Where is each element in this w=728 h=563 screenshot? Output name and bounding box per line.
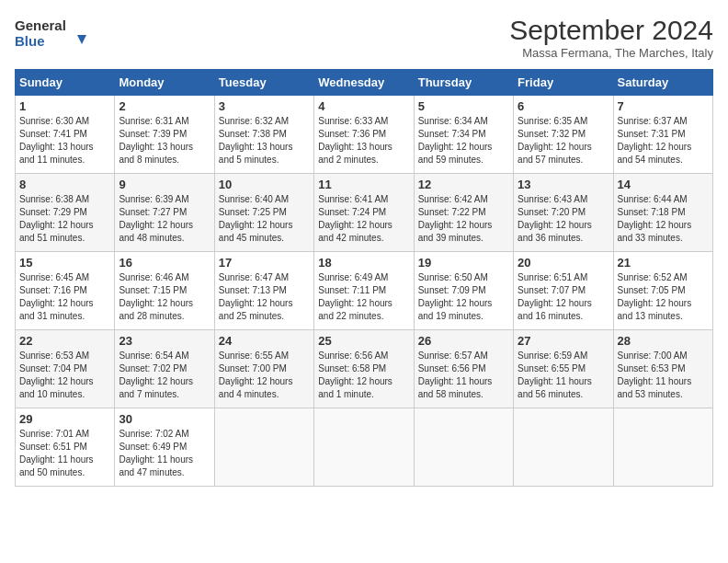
calendar-cell: 27 Sunrise: 6:59 AMSunset: 6:55 PMDaylig… [514, 330, 613, 408]
weekday-header-sunday: Sunday [16, 70, 115, 96]
day-number: 14 [618, 178, 709, 191]
calendar-cell: 7 Sunrise: 6:37 AMSunset: 7:31 PMDayligh… [613, 96, 712, 174]
calendar-cell: 16 Sunrise: 6:46 AMSunset: 7:15 PMDaylig… [115, 252, 214, 330]
svg-text:Blue: Blue [15, 33, 45, 49]
calendar-cell: 2 Sunrise: 6:31 AMSunset: 7:39 PMDayligh… [115, 96, 214, 174]
day-number: 11 [318, 178, 409, 191]
calendar-cell: 10 Sunrise: 6:40 AMSunset: 7:25 PMDaylig… [214, 174, 313, 252]
day-number: 23 [119, 334, 210, 348]
day-number: 30 [119, 412, 210, 426]
svg-text:General: General [15, 17, 66, 33]
day-detail: Sunrise: 6:42 AMSunset: 7:22 PMDaylight:… [418, 194, 493, 243]
calendar-cell: 20 Sunrise: 6:51 AMSunset: 7:07 PMDaylig… [514, 252, 613, 330]
weekday-header-friday: Friday [514, 70, 613, 96]
day-detail: Sunrise: 6:59 AMSunset: 6:55 PMDaylight:… [518, 350, 592, 399]
day-number: 12 [418, 178, 509, 191]
calendar-cell: 14 Sunrise: 6:44 AMSunset: 7:18 PMDaylig… [613, 174, 712, 252]
day-detail: Sunrise: 6:35 AMSunset: 7:32 PMDaylight:… [518, 116, 592, 165]
calendar-cell [214, 408, 313, 487]
calendar-cell: 29 Sunrise: 7:01 AMSunset: 6:51 PMDaylig… [16, 408, 115, 487]
calendar-cell: 23 Sunrise: 6:54 AMSunset: 7:02 PMDaylig… [115, 330, 214, 408]
day-number: 20 [518, 256, 609, 270]
day-number: 16 [119, 256, 210, 270]
calendar-cell: 26 Sunrise: 6:57 AMSunset: 6:56 PMDaylig… [414, 330, 513, 408]
calendar-cell: 6 Sunrise: 6:35 AMSunset: 7:32 PMDayligh… [514, 96, 613, 174]
day-detail: Sunrise: 7:02 AMSunset: 6:49 PMDaylight:… [119, 429, 193, 477]
calendar-cell [613, 408, 712, 487]
generalblue-logo: General Blue [15, 15, 97, 50]
day-detail: Sunrise: 6:37 AMSunset: 7:31 PMDaylight:… [618, 116, 692, 165]
day-number: 1 [19, 99, 110, 113]
calendar-table: SundayMondayTuesdayWednesdayThursdayFrid… [15, 69, 713, 487]
calendar-cell: 9 Sunrise: 6:39 AMSunset: 7:27 PMDayligh… [115, 174, 214, 252]
day-detail: Sunrise: 6:51 AMSunset: 7:07 PMDaylight:… [518, 272, 592, 321]
day-detail: Sunrise: 6:46 AMSunset: 7:15 PMDaylight:… [119, 272, 193, 321]
calendar-cell: 21 Sunrise: 6:52 AMSunset: 7:05 PMDaylig… [613, 252, 712, 330]
calendar-cell [514, 408, 613, 487]
day-number: 27 [518, 334, 609, 348]
day-number: 13 [518, 178, 609, 191]
day-number: 8 [19, 178, 110, 191]
calendar-cell: 17 Sunrise: 6:47 AMSunset: 7:13 PMDaylig… [214, 252, 313, 330]
calendar-cell: 15 Sunrise: 6:45 AMSunset: 7:16 PMDaylig… [16, 252, 115, 330]
day-number: 28 [618, 334, 709, 348]
day-detail: Sunrise: 6:32 AMSunset: 7:38 PMDaylight:… [219, 116, 293, 165]
day-number: 29 [19, 412, 110, 426]
day-detail: Sunrise: 6:50 AMSunset: 7:09 PMDaylight:… [418, 272, 493, 321]
day-detail: Sunrise: 7:00 AMSunset: 6:53 PMDaylight:… [618, 350, 692, 399]
day-number: 21 [618, 256, 709, 270]
day-detail: Sunrise: 7:01 AMSunset: 6:51 PMDaylight:… [19, 429, 94, 477]
day-number: 19 [418, 256, 509, 270]
day-detail: Sunrise: 6:56 AMSunset: 6:58 PMDaylight:… [318, 350, 392, 399]
calendar-cell [414, 408, 513, 487]
calendar-cell: 12 Sunrise: 6:42 AMSunset: 7:22 PMDaylig… [414, 174, 513, 252]
calendar-cell: 13 Sunrise: 6:43 AMSunset: 7:20 PMDaylig… [514, 174, 613, 252]
day-detail: Sunrise: 6:31 AMSunset: 7:39 PMDaylight:… [119, 116, 193, 165]
day-detail: Sunrise: 6:44 AMSunset: 7:18 PMDaylight:… [618, 194, 692, 243]
calendar-cell: 3 Sunrise: 6:32 AMSunset: 7:38 PMDayligh… [214, 96, 313, 174]
calendar-title: September 2024 [509, 15, 713, 46]
weekday-header-saturday: Saturday [613, 70, 712, 96]
calendar-cell: 28 Sunrise: 7:00 AMSunset: 6:53 PMDaylig… [613, 330, 712, 408]
day-detail: Sunrise: 6:45 AMSunset: 7:16 PMDaylight:… [19, 272, 94, 321]
day-detail: Sunrise: 6:57 AMSunset: 6:56 PMDaylight:… [418, 350, 493, 399]
day-number: 17 [219, 256, 310, 270]
calendar-cell: 5 Sunrise: 6:34 AMSunset: 7:34 PMDayligh… [414, 96, 513, 174]
day-number: 3 [219, 99, 310, 113]
day-detail: Sunrise: 6:41 AMSunset: 7:24 PMDaylight:… [318, 194, 392, 243]
calendar-cell: 19 Sunrise: 6:50 AMSunset: 7:09 PMDaylig… [414, 252, 513, 330]
day-number: 7 [618, 99, 709, 113]
calendar-cell: 1 Sunrise: 6:30 AMSunset: 7:41 PMDayligh… [16, 96, 115, 174]
day-number: 22 [19, 334, 110, 348]
day-detail: Sunrise: 6:49 AMSunset: 7:11 PMDaylight:… [318, 272, 392, 321]
day-detail: Sunrise: 6:53 AMSunset: 7:04 PMDaylight:… [19, 350, 94, 399]
logo-container: General Blue [15, 15, 97, 50]
weekday-header-tuesday: Tuesday [214, 70, 313, 96]
day-number: 4 [318, 99, 409, 113]
day-number: 2 [119, 99, 210, 113]
day-number: 26 [418, 334, 509, 348]
calendar-location: Massa Fermana, The Marches, Italy [509, 46, 713, 60]
day-detail: Sunrise: 6:52 AMSunset: 7:05 PMDaylight:… [618, 272, 692, 321]
day-number: 6 [518, 99, 609, 113]
svg-marker-5 [77, 35, 86, 44]
day-detail: Sunrise: 6:47 AMSunset: 7:13 PMDaylight:… [219, 272, 293, 321]
day-detail: Sunrise: 6:39 AMSunset: 7:27 PMDaylight:… [119, 194, 193, 243]
calendar-cell: 8 Sunrise: 6:38 AMSunset: 7:29 PMDayligh… [16, 174, 115, 252]
day-detail: Sunrise: 6:43 AMSunset: 7:20 PMDaylight:… [518, 194, 592, 243]
day-number: 15 [19, 256, 110, 270]
calendar-cell: 4 Sunrise: 6:33 AMSunset: 7:36 PMDayligh… [314, 96, 414, 174]
calendar-cell: 30 Sunrise: 7:02 AMSunset: 6:49 PMDaylig… [115, 408, 214, 487]
day-number: 18 [318, 256, 409, 270]
day-detail: Sunrise: 6:34 AMSunset: 7:34 PMDaylight:… [418, 116, 493, 165]
day-number: 25 [318, 334, 409, 348]
day-number: 24 [219, 334, 310, 348]
weekday-header-thursday: Thursday [414, 70, 513, 96]
calendar-cell [314, 408, 414, 487]
calendar-cell: 24 Sunrise: 6:55 AMSunset: 7:00 PMDaylig… [214, 330, 313, 408]
day-detail: Sunrise: 6:40 AMSunset: 7:25 PMDaylight:… [219, 194, 293, 243]
weekday-header-wednesday: Wednesday [314, 70, 414, 96]
day-detail: Sunrise: 6:55 AMSunset: 7:00 PMDaylight:… [219, 350, 293, 399]
day-number: 10 [219, 178, 310, 191]
calendar-cell: 25 Sunrise: 6:56 AMSunset: 6:58 PMDaylig… [314, 330, 414, 408]
